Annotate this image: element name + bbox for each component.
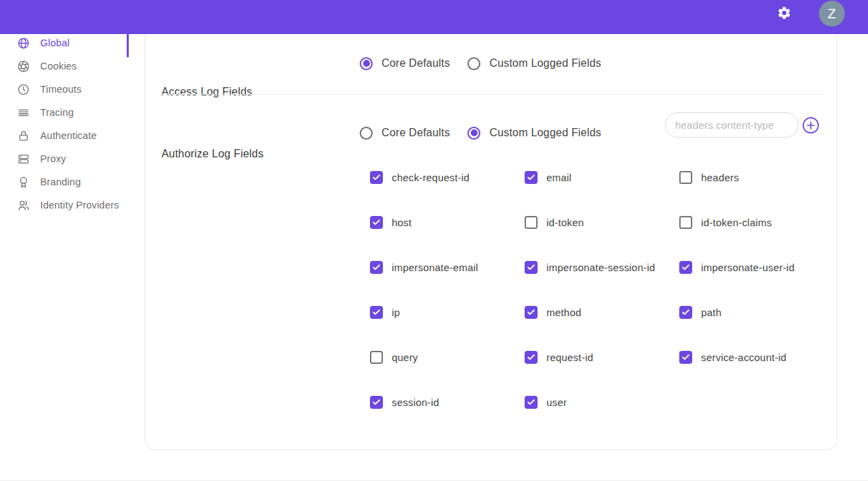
field-label: method — [546, 307, 581, 318]
field-checkbox-service-account-id[interactable]: service-account-id — [679, 351, 834, 364]
sidebar-item-label: Timeouts — [40, 84, 82, 95]
field-label: impersonate-user-id — [701, 262, 794, 273]
access-log-fields-radio-group: Core Defaults Custom Logged Fields — [360, 51, 602, 76]
field-checkbox-ip[interactable]: ip — [370, 306, 525, 319]
radio-label: Core Defaults — [382, 57, 450, 69]
authorize-log-fields-label: Authorize Log Fields — [161, 148, 264, 160]
access-log-fields-label: Access Log Fields — [161, 86, 252, 98]
checkbox-checked-icon[interactable] — [525, 396, 538, 409]
lock-icon — [17, 129, 30, 142]
field-label: headers — [701, 172, 739, 183]
checkbox-checked-icon[interactable] — [370, 396, 383, 409]
gear-icon — [777, 5, 792, 20]
sidebar-item-label: Tracing — [40, 107, 74, 118]
checkbox-checked-icon[interactable] — [525, 351, 538, 364]
field-label: path — [701, 307, 722, 318]
sidebar-item-timeouts[interactable]: Timeouts — [0, 78, 144, 101]
field-checkbox-user[interactable]: user — [525, 396, 679, 409]
field-checkbox-host[interactable]: host — [370, 216, 525, 229]
add-log-field-input[interactable] — [665, 112, 799, 138]
lines-icon — [17, 106, 30, 119]
logged-fields-checkbox-grid: check-request-idemailheadershostid-token… — [370, 155, 834, 424]
checkbox-checked-icon[interactable] — [679, 306, 692, 319]
field-checkbox-id-token-claims[interactable]: id-token-claims — [679, 216, 834, 229]
settings-button[interactable] — [775, 3, 794, 22]
top-app-bar: Z — [0, 0, 868, 34]
sidebar-item-label: Cookies — [40, 61, 77, 72]
checkbox-checked-icon[interactable] — [525, 261, 538, 274]
field-checkbox-check-request-id[interactable]: check-request-id — [370, 171, 525, 184]
checkbox-checked-icon[interactable] — [525, 306, 538, 319]
checkbox-checked-icon[interactable] — [679, 351, 692, 364]
log-fields-panel: Access Log Fields Core Defaults Custom L… — [144, 34, 837, 450]
field-checkbox-id-token[interactable]: id-token — [525, 216, 679, 229]
field-checkbox-impersonate-session-id[interactable]: impersonate-session-id — [525, 261, 679, 274]
field-label: query — [392, 352, 418, 363]
field-label: session-id — [392, 397, 439, 408]
field-label: host — [392, 217, 412, 228]
sidebar-item-label: Proxy — [40, 153, 66, 164]
award-icon — [17, 176, 30, 189]
sidebar-item-proxy[interactable]: Proxy — [0, 147, 144, 170]
authorize-core-defaults-radio[interactable]: Core Defaults — [360, 127, 450, 140]
section-divider — [161, 94, 824, 95]
field-label: impersonate-email — [392, 262, 478, 273]
checkbox-checked-icon[interactable] — [679, 261, 692, 274]
checkbox-checked-icon[interactable] — [370, 216, 383, 229]
checkbox-checked-icon[interactable] — [370, 171, 383, 184]
field-label: request-id — [546, 352, 593, 363]
field-label: ip — [392, 307, 400, 318]
globe-icon — [17, 37, 30, 50]
field-label: id-token — [546, 217, 584, 228]
checkbox-unchecked-icon[interactable] — [679, 216, 692, 229]
checkbox-unchecked-icon[interactable] — [679, 171, 692, 184]
field-label: email — [546, 172, 572, 183]
field-checkbox-request-id[interactable]: request-id — [525, 351, 679, 364]
radio-icon[interactable] — [360, 127, 373, 140]
field-label: id-token-claims — [701, 217, 772, 228]
radio-label: Core Defaults — [382, 127, 450, 139]
field-checkbox-impersonate-user-id[interactable]: impersonate-user-id — [679, 261, 834, 274]
sidebar-item-identity-providers[interactable]: Identity Providers — [0, 193, 144, 217]
checkbox-unchecked-icon[interactable] — [525, 216, 538, 229]
plus-circle-icon — [802, 117, 820, 134]
field-checkbox-method[interactable]: method — [525, 306, 679, 319]
authorize-log-fields-radio-group: Core Defaults Custom Logged Fields — [360, 121, 602, 145]
field-checkbox-path[interactable]: path — [679, 306, 834, 319]
settings-sidebar-nav: GlobalCookiesTimeoutsTracingAuthenticate… — [0, 31, 144, 217]
server-icon — [17, 153, 30, 166]
field-checkbox-query[interactable]: query — [370, 351, 525, 364]
sidebar-item-branding[interactable]: Branding — [0, 170, 144, 193]
sidebar-item-cookies[interactable]: Cookies — [0, 55, 144, 78]
access-core-defaults-radio[interactable]: Core Defaults — [360, 57, 450, 70]
user-avatar[interactable]: Z — [819, 1, 845, 27]
checkbox-checked-icon[interactable] — [525, 171, 538, 184]
sidebar-item-authenticate[interactable]: Authenticate — [0, 124, 144, 147]
users-icon — [17, 199, 30, 212]
checkbox-unchecked-icon[interactable] — [370, 351, 383, 364]
add-field-button[interactable] — [802, 117, 820, 134]
authorize-custom-logged-fields-radio[interactable]: Custom Logged Fields — [467, 127, 601, 140]
clock-icon — [17, 83, 30, 96]
field-checkbox-headers[interactable]: headers — [679, 171, 834, 184]
radio-icon[interactable] — [360, 57, 373, 70]
sidebar-item-label: Branding — [40, 176, 81, 187]
sidebar-item-label: Identity Providers — [40, 200, 119, 211]
sidebar-item-label: Global — [40, 37, 69, 48]
aperture-icon — [17, 60, 30, 73]
sidebar-item-tracing[interactable]: Tracing — [0, 101, 144, 124]
field-label: service-account-id — [701, 352, 786, 363]
access-custom-logged-fields-radio[interactable]: Custom Logged Fields — [467, 57, 601, 70]
radio-label: Custom Logged Fields — [489, 127, 601, 139]
radio-icon[interactable] — [467, 57, 480, 70]
field-checkbox-email[interactable]: email — [525, 171, 679, 184]
field-checkbox-impersonate-email[interactable]: impersonate-email — [370, 261, 525, 274]
radio-icon[interactable] — [467, 127, 480, 140]
sidebar-item-global[interactable]: Global — [0, 31, 144, 55]
checkbox-checked-icon[interactable] — [370, 261, 383, 274]
field-checkbox-session-id[interactable]: session-id — [370, 396, 525, 409]
checkbox-checked-icon[interactable] — [370, 306, 383, 319]
field-label: impersonate-session-id — [546, 262, 655, 273]
field-label: user — [546, 397, 567, 408]
sidebar-item-label: Authenticate — [40, 130, 97, 141]
